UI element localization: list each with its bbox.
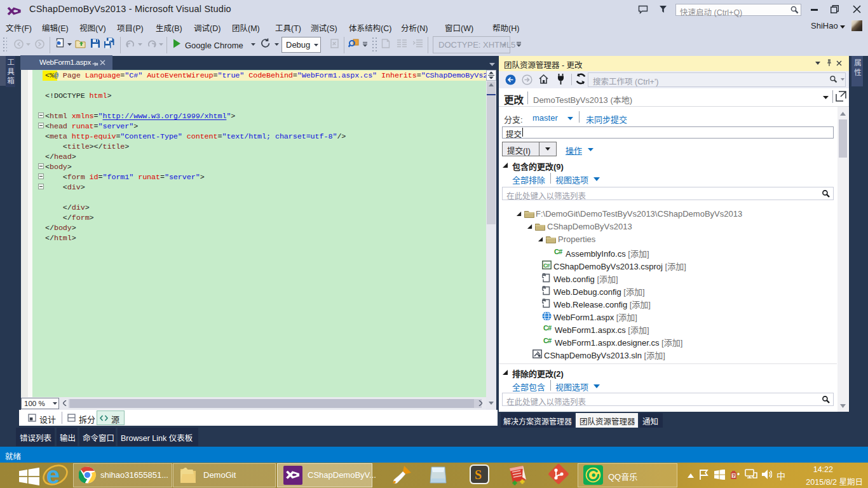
svg-text:C#: C# [543, 262, 550, 269]
svg-text:S: S [475, 468, 482, 482]
